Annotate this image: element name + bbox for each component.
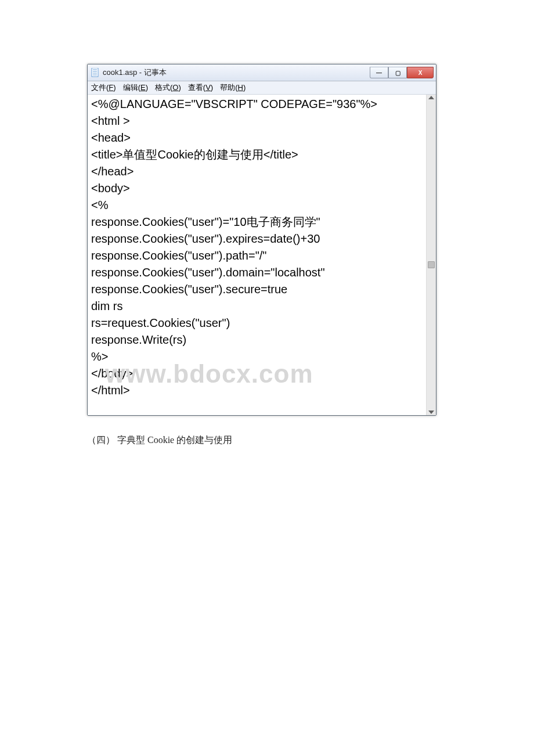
menu-label-pre: 格式(	[155, 83, 172, 92]
minimize-icon: —	[376, 70, 382, 76]
close-button[interactable]: X	[407, 67, 434, 78]
menu-label-post: )	[243, 83, 246, 92]
menu-label-post: )	[113, 83, 116, 92]
scroll-thumb[interactable]	[428, 261, 435, 268]
menu-key: E	[140, 83, 146, 92]
menu-label-pre: 编辑(	[123, 83, 140, 92]
vertical-scrollbar[interactable]	[426, 95, 436, 415]
close-icon: X	[418, 70, 423, 76]
figure-caption: （四） 字典型 Cookie 的创建与使用	[87, 434, 447, 447]
menu-label-post: )	[211, 83, 213, 92]
document-page: cook1.asp - 记事本 — ▢ X 文件(F) 编辑(E) 格式(O) …	[0, 0, 534, 476]
menu-key: H	[238, 83, 243, 92]
menu-key: V	[205, 83, 211, 92]
scroll-track[interactable]	[427, 99, 436, 411]
editor-textarea[interactable]: <%@LANGUAGE="VBSCRIPT" CODEPAGE="936"%> …	[88, 95, 426, 415]
menu-edit[interactable]: 编辑(E)	[123, 82, 148, 93]
client-area: <%@LANGUAGE="VBSCRIPT" CODEPAGE="936"%> …	[88, 95, 436, 415]
menu-label-pre: 查看(	[188, 83, 205, 92]
minimize-button[interactable]: —	[370, 67, 388, 78]
window-title: cook1.asp - 记事本	[103, 67, 370, 78]
svg-rect-0	[92, 68, 98, 77]
menu-key: O	[172, 83, 178, 92]
menu-label-pre: 帮助(	[220, 83, 237, 92]
menu-help[interactable]: 帮助(H)	[220, 82, 246, 93]
window-buttons: — ▢ X	[370, 67, 434, 78]
notepad-icon	[91, 68, 99, 77]
menu-label-post: )	[178, 83, 181, 92]
menu-view[interactable]: 查看(V)	[188, 82, 213, 93]
maximize-button[interactable]: ▢	[388, 67, 407, 78]
scroll-down-icon[interactable]	[428, 411, 434, 414]
menu-format[interactable]: 格式(O)	[155, 82, 181, 93]
notepad-window: cook1.asp - 记事本 — ▢ X 文件(F) 编辑(E) 格式(O) …	[87, 64, 436, 416]
titlebar[interactable]: cook1.asp - 记事本 — ▢ X	[88, 64, 436, 81]
menubar: 文件(F) 编辑(E) 格式(O) 查看(V) 帮助(H)	[88, 81, 436, 95]
menu-label-pre: 文件(	[91, 83, 109, 92]
menu-file[interactable]: 文件(F)	[91, 82, 116, 93]
menu-label-post: )	[146, 83, 148, 92]
maximize-icon: ▢	[395, 70, 400, 76]
